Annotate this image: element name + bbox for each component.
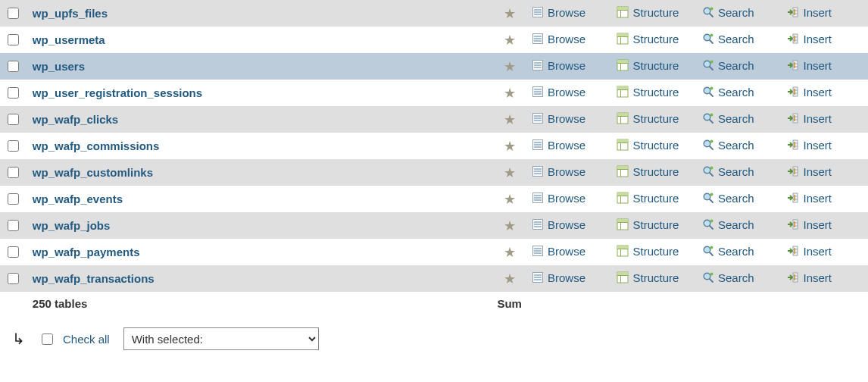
with-selected-dropdown[interactable]: With selected:: [123, 327, 319, 350]
favorite-star-icon[interactable]: ★: [504, 33, 516, 47]
search-icon: [702, 245, 714, 257]
row-checkbox[interactable]: [8, 8, 19, 19]
insert-label: Insert: [803, 86, 832, 99]
favorite-star-icon[interactable]: ★: [504, 219, 516, 233]
insert-link[interactable]: Insert: [787, 86, 832, 99]
tables-summary-row: 250 tables Sum: [0, 292, 868, 315]
row-checkbox[interactable]: [8, 167, 19, 178]
favorite-star-icon[interactable]: ★: [504, 86, 516, 100]
row-checkbox[interactable]: [8, 61, 19, 72]
structure-link[interactable]: Structure: [617, 192, 679, 205]
search-link[interactable]: Search: [702, 192, 754, 205]
browse-link[interactable]: Browse: [532, 33, 585, 45]
search-link[interactable]: Search: [702, 218, 754, 231]
search-link[interactable]: Search: [702, 112, 754, 125]
structure-label: Structure: [632, 165, 679, 178]
browse-link[interactable]: Browse: [532, 112, 585, 125]
structure-label: Structure: [632, 271, 679, 284]
search-label: Search: [718, 192, 754, 205]
structure-link[interactable]: Structure: [617, 271, 679, 284]
table-name-link[interactable]: wp_wafp_jobs: [33, 219, 111, 232]
search-link[interactable]: Search: [702, 245, 754, 258]
table-name-link[interactable]: wp_wafp_events: [33, 193, 123, 205]
structure-link[interactable]: Structure: [617, 59, 679, 72]
check-all-checkbox[interactable]: [42, 333, 53, 345]
search-link[interactable]: Search: [702, 86, 754, 99]
table-name-link[interactable]: wp_users: [33, 60, 85, 73]
browse-label: Browse: [548, 139, 585, 152]
structure-link[interactable]: Structure: [617, 139, 679, 152]
browse-link[interactable]: Browse: [532, 165, 585, 178]
structure-link[interactable]: Structure: [617, 86, 679, 99]
row-checkbox[interactable]: [8, 140, 19, 152]
search-link[interactable]: Search: [702, 6, 754, 19]
row-checkbox[interactable]: [8, 34, 19, 45]
search-link[interactable]: Search: [702, 271, 754, 284]
browse-link[interactable]: Browse: [532, 6, 585, 19]
structure-icon: [617, 192, 629, 204]
structure-link[interactable]: Structure: [617, 112, 679, 125]
insert-link[interactable]: Insert: [787, 245, 832, 258]
row-checkbox[interactable]: [8, 246, 19, 258]
table-name-link[interactable]: wp_wafp_payments: [33, 246, 140, 258]
browse-icon: [532, 33, 544, 45]
browse-link[interactable]: Browse: [532, 245, 585, 258]
table-row: wp_wafp_customlinks ★ Browse Structure S…: [0, 159, 868, 186]
favorite-star-icon[interactable]: ★: [504, 246, 516, 259]
favorite-star-icon[interactable]: ★: [504, 272, 516, 286]
row-checkbox[interactable]: [8, 87, 19, 99]
insert-link[interactable]: Insert: [787, 112, 832, 125]
search-icon: [702, 192, 714, 204]
insert-label: Insert: [803, 112, 832, 125]
browse-link[interactable]: Browse: [532, 59, 585, 72]
table-name-link[interactable]: wp_wafp_transactions: [33, 272, 155, 285]
favorite-star-icon[interactable]: ★: [504, 139, 516, 153]
table-name-link[interactable]: wp_user_registration_sessions: [33, 86, 202, 99]
favorite-star-icon[interactable]: ★: [504, 7, 516, 20]
table-row: wp_wafp_jobs ★ Browse Structure Search I…: [0, 212, 868, 239]
table-name-link[interactable]: wp_upfs_files: [33, 7, 108, 20]
insert-link[interactable]: Insert: [787, 33, 832, 45]
browse-link[interactable]: Browse: [532, 86, 585, 99]
search-label: Search: [718, 86, 754, 99]
insert-link[interactable]: Insert: [787, 165, 832, 178]
check-all-link[interactable]: Check all: [63, 333, 110, 346]
search-link[interactable]: Search: [702, 139, 754, 152]
structure-link[interactable]: Structure: [617, 245, 679, 258]
browse-label: Browse: [548, 86, 585, 99]
insert-link[interactable]: Insert: [787, 192, 832, 205]
row-checkbox[interactable]: [8, 273, 19, 284]
table-row: wp_user_registration_sessions ★ Browse S…: [0, 80, 868, 106]
table-name-link[interactable]: wp_wafp_commissions: [33, 139, 160, 152]
insert-link[interactable]: Insert: [787, 6, 832, 19]
insert-link[interactable]: Insert: [787, 59, 832, 72]
favorite-star-icon[interactable]: ★: [504, 60, 516, 74]
favorite-star-icon[interactable]: ★: [504, 193, 516, 206]
browse-link[interactable]: Browse: [532, 218, 585, 231]
table-name-link[interactable]: wp_wafp_customlinks: [33, 166, 153, 179]
search-link[interactable]: Search: [702, 33, 754, 45]
structure-label: Structure: [632, 139, 679, 152]
browse-link[interactable]: Browse: [532, 271, 585, 284]
structure-link[interactable]: Structure: [617, 165, 679, 178]
insert-icon: [787, 165, 799, 177]
structure-link[interactable]: Structure: [617, 218, 679, 231]
structure-link[interactable]: Structure: [617, 33, 679, 45]
arrow-up-icon: ↳: [12, 330, 25, 348]
row-checkbox[interactable]: [8, 220, 19, 231]
insert-link[interactable]: Insert: [787, 218, 832, 231]
favorite-star-icon[interactable]: ★: [504, 113, 516, 127]
search-link[interactable]: Search: [702, 59, 754, 72]
table-name-link[interactable]: wp_usermeta: [33, 33, 105, 46]
browse-link[interactable]: Browse: [532, 192, 585, 205]
browse-link[interactable]: Browse: [532, 139, 585, 152]
row-checkbox[interactable]: [8, 193, 19, 205]
search-link[interactable]: Search: [702, 165, 754, 178]
row-checkbox[interactable]: [8, 114, 19, 125]
structure-link[interactable]: Structure: [617, 6, 679, 19]
table-name-link[interactable]: wp_wafp_clicks: [33, 113, 118, 126]
insert-link[interactable]: Insert: [787, 139, 832, 152]
browse-icon: [532, 6, 544, 18]
insert-link[interactable]: Insert: [787, 271, 832, 284]
favorite-star-icon[interactable]: ★: [504, 166, 516, 180]
